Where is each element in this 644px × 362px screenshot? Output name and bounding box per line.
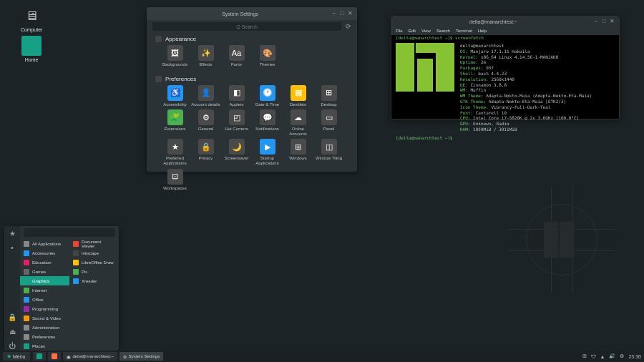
refresh-icon[interactable]: ⟳: [346, 23, 351, 30]
menu-category-education[interactable]: Education: [20, 258, 69, 267]
minimize-icon[interactable]: −: [331, 11, 337, 16]
preferred-applications-icon: ★: [167, 139, 183, 155]
menu-side-icon[interactable]: •: [8, 244, 16, 253]
settings-item-account-details[interactable]: 👤Account details: [190, 85, 221, 107]
section-header: Appearance: [147, 33, 357, 44]
notifications-icon: 💬: [260, 109, 275, 125]
online-accounts-icon: ☁: [291, 109, 306, 125]
settings-item-desktop[interactable]: ⊞Desktop: [313, 85, 344, 107]
taskbar-item[interactable]: [33, 352, 46, 361]
settings-item-screensaver[interactable]: 🌙Screensaver: [221, 139, 252, 165]
menu-app-inkscape[interactable]: Inkscape: [69, 248, 119, 258]
menu-button[interactable]: ◆ Menu: [3, 352, 30, 361]
terminal-menu-search[interactable]: Search: [436, 29, 450, 33]
menu-category-sound-video[interactable]: Sound & Video: [20, 313, 69, 323]
tray-icon[interactable]: ⊞: [582, 353, 587, 359]
taskbar-item[interactable]: ⚙System Settings: [119, 352, 163, 361]
settings-item-backgrounds[interactable]: 🖼Backgrounds: [160, 45, 190, 67]
terminal-menu-edit[interactable]: Edit: [409, 29, 416, 33]
backgrounds-icon: 🖼: [167, 45, 183, 61]
close-icon[interactable]: ✕: [347, 11, 353, 16]
settings-item-privacy[interactable]: 🔒Privacy: [190, 139, 221, 165]
settings-item-preferred-applications[interactable]: ★Preferred Applications: [160, 139, 190, 165]
settings-item-accessibility[interactable]: ♿Accessibility: [160, 85, 190, 107]
terminal-menu-terminal[interactable]: Terminal: [456, 29, 472, 33]
maximize-icon[interactable]: □: [601, 19, 607, 24]
settings-item-applets[interactable]: ◧Applets: [221, 85, 252, 107]
terminal-menu-help[interactable]: Help: [478, 29, 487, 33]
settings-item-workspaces[interactable]: ⊡Workspaces: [160, 169, 190, 191]
tray-icon[interactable]: ▲: [600, 354, 605, 359]
hot-corners-icon: ◰: [229, 109, 245, 125]
menu-side-icon[interactable]: ⏻: [8, 342, 16, 351]
menu-category-graphics[interactable]: Graphics: [20, 276, 69, 285]
tray-icon[interactable]: 🔊: [609, 353, 615, 359]
workspaces-icon: ⊡: [167, 169, 183, 185]
menu-side-icon[interactable]: ⏏: [8, 328, 16, 336]
terminal-body[interactable]: delta@manarchtestOS: Manjaro 17.1.11 Hak…: [391, 40, 619, 135]
desktop-icon-home[interactable]: Home: [17, 36, 46, 62]
desklets-icon: ▦: [291, 85, 306, 101]
privacy-icon: 🔒: [198, 139, 214, 155]
settings-item-desklets[interactable]: ▦Desklets: [283, 85, 313, 107]
terminal-menu-file[interactable]: File: [396, 29, 403, 33]
taskbar-item[interactable]: ▣delta@manarchtest:~: [63, 352, 117, 361]
terminal-window: delta@manarchtest:~ − □ ✕ FileEditViewSe…: [391, 16, 620, 119]
terminal-menu-view[interactable]: View: [421, 29, 431, 33]
settings-item-themes[interactable]: 🎨Themes: [252, 45, 283, 67]
menu-search-input[interactable]: [24, 228, 115, 237]
close-icon[interactable]: ✕: [609, 19, 615, 24]
menu-app-libreoffice-draw[interactable]: LibreOffice Draw: [69, 258, 119, 267]
settings-titlebar[interactable]: System Settings − □ ✕: [147, 7, 357, 20]
accessibility-icon: ♿: [167, 85, 183, 101]
settings-item-extensions[interactable]: 🧩Extensions: [160, 109, 190, 136]
terminal-titlebar[interactable]: delta@manarchtest:~ − □ ✕: [391, 16, 619, 26]
tray-icon[interactable]: ⚙: [620, 353, 624, 359]
clock[interactable]: 23:30: [628, 354, 641, 359]
effects-icon: ✨: [198, 45, 214, 61]
menu-app-document-viewer[interactable]: Document Viewer: [69, 239, 119, 248]
maximize-icon[interactable]: □: [339, 11, 345, 16]
settings-search-input[interactable]: [152, 22, 341, 31]
settings-item-hot-corners[interactable]: ◰Hot Corners: [221, 109, 252, 136]
menu-side-icon[interactable]: ★: [8, 230, 16, 238]
settings-item-notifications[interactable]: 💬Notifications: [252, 109, 283, 136]
settings-item-panel[interactable]: ▭Panel: [313, 109, 344, 136]
menu-category-accessories[interactable]: Accessories: [20, 248, 69, 258]
windows-icon: ⊞: [291, 139, 306, 155]
taskbar-item[interactable]: [48, 352, 61, 361]
menu-category-office[interactable]: Office: [20, 295, 69, 304]
settings-item-effects[interactable]: ✨Effects: [190, 45, 221, 67]
settings-item-fonts[interactable]: AaFonts: [221, 45, 252, 67]
account-details-icon: 👤: [198, 85, 214, 101]
window-tiling-icon: ◫: [321, 139, 337, 155]
settings-title: System Settings: [151, 11, 329, 16]
tray-icon[interactable]: 🛡: [591, 354, 596, 359]
settings-item-startup-applications[interactable]: ▶Startup Applications: [252, 139, 283, 165]
menu-category-internet[interactable]: Internet: [20, 285, 69, 295]
extensions-icon: 🧩: [167, 109, 183, 125]
menu-category-programming[interactable]: Programming: [20, 304, 69, 313]
menu-app-pix[interactable]: Pix: [69, 267, 119, 276]
settings-item-window-tiling[interactable]: ◫Window Tiling: [313, 139, 344, 165]
menu-categories: All ApplicationsAccessoriesEducationGame…: [20, 238, 69, 352]
menu-app-xreader[interactable]: Xreader: [69, 276, 119, 285]
settings-item-general[interactable]: ⚙General: [190, 109, 221, 136]
wallpaper-art: [508, 186, 615, 293]
menu-category-administration[interactable]: Administration: [20, 323, 69, 332]
menu-side-icon[interactable]: 🔒: [8, 313, 16, 322]
manjaro-logo-icon: [396, 43, 454, 92]
settings-item-online-accounts[interactable]: ☁Online Accounts: [283, 109, 313, 136]
settings-item-windows[interactable]: ⊞Windows: [283, 139, 313, 165]
desktop-icon-computer[interactable]: 🖥Computer: [17, 6, 46, 32]
minimize-icon[interactable]: −: [593, 19, 599, 24]
menu-category-preferences[interactable]: Preferences: [20, 332, 69, 341]
menu-category-games[interactable]: Games: [20, 267, 69, 276]
settings-item-date-time[interactable]: 🕐Date & Time: [252, 85, 283, 107]
menu-icon: ◆: [7, 353, 11, 359]
home-icon: [21, 36, 42, 56]
section-header: Preferences: [147, 73, 357, 84]
terminal-prompt: [delta@manarchtest ~]$ screenfetch: [391, 35, 619, 40]
menu-category-places[interactable]: Places: [20, 341, 69, 351]
menu-category-all-applications[interactable]: All Applications: [20, 239, 69, 248]
